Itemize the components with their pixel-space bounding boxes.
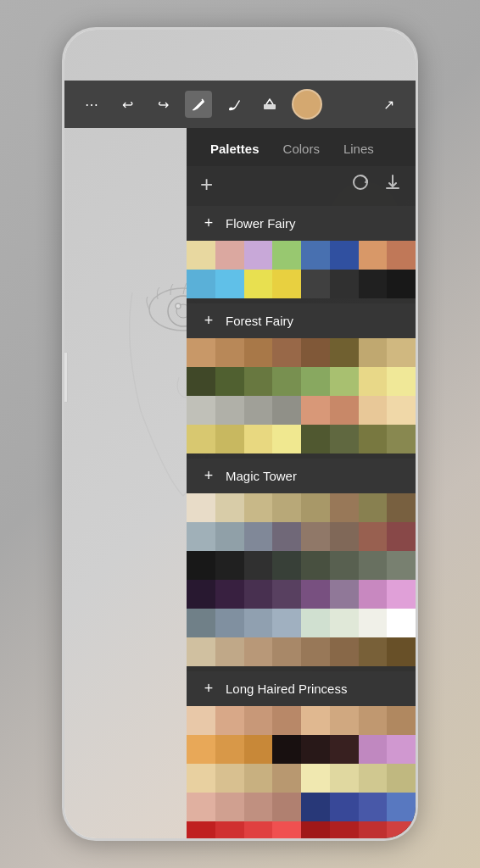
color-cell-1-25[interactable] [215,425,244,453]
color-cell-2-31[interactable] [387,580,416,609]
color-cell-1-0[interactable] [187,338,215,367]
color-cell-0-2[interactable] [244,241,273,270]
color-cell-0-1[interactable] [215,241,244,270]
color-cell-2-7[interactable] [387,493,416,522]
color-cell-3-15[interactable] [387,735,416,764]
color-cell-2-22[interactable] [359,551,388,580]
color-cell-1-12[interactable] [301,367,330,396]
color-cell-2-37[interactable] [330,609,359,637]
color-cell-1-4[interactable] [301,338,330,367]
color-cell-1-6[interactable] [359,338,388,367]
color-cell-2-6[interactable] [359,493,388,522]
color-cell-3-28[interactable] [301,793,330,821]
color-cell-2-21[interactable] [330,551,359,580]
color-cell-3-37[interactable] [330,821,359,838]
refresh-icon[interactable] [351,173,370,197]
color-cell-2-2[interactable] [244,493,273,522]
color-cell-2-10[interactable] [244,522,273,551]
color-cell-0-12[interactable] [301,270,330,298]
color-cell-2-42[interactable] [244,637,273,666]
color-cell-1-7[interactable] [387,338,416,367]
color-cell-2-44[interactable] [301,637,330,666]
color-cell-2-46[interactable] [359,637,388,666]
color-cell-2-8[interactable] [187,522,215,551]
color-cell-1-21[interactable] [330,396,359,425]
color-cell-3-4[interactable] [301,706,330,735]
color-cell-2-23[interactable] [387,551,416,580]
color-cell-3-16[interactable] [187,764,215,793]
color-cell-1-28[interactable] [301,425,330,453]
undo-icon[interactable]: ↩ [114,91,141,118]
color-cell-2-40[interactable] [187,637,215,666]
color-cell-0-0[interactable] [187,241,215,270]
menu-icon[interactable]: ⋯ [78,91,105,118]
color-cell-1-26[interactable] [244,425,273,453]
color-cell-1-11[interactable] [272,367,301,396]
color-cell-3-9[interactable] [215,735,244,764]
color-cell-3-13[interactable] [330,735,359,764]
color-cell-1-2[interactable] [244,338,273,367]
color-cell-3-24[interactable] [187,793,215,821]
color-cell-0-3[interactable] [272,241,301,270]
color-cell-3-18[interactable] [244,764,273,793]
color-cell-2-27[interactable] [272,580,301,609]
color-cell-2-41[interactable] [215,637,244,666]
color-cell-2-4[interactable] [301,493,330,522]
color-cell-0-14[interactable] [359,270,388,298]
color-cell-0-8[interactable] [187,270,215,298]
color-cell-2-39[interactable] [387,609,416,637]
color-cell-3-21[interactable] [330,764,359,793]
download-icon[interactable] [383,173,402,197]
color-cell-2-12[interactable] [301,522,330,551]
palette-add-2[interactable]: + [200,467,217,485]
color-cell-1-3[interactable] [272,338,301,367]
color-cell-2-18[interactable] [244,551,273,580]
color-cell-2-29[interactable] [330,580,359,609]
color-cell-3-33[interactable] [215,821,244,838]
palette-add-1[interactable]: + [200,312,217,330]
color-cell-3-22[interactable] [359,764,388,793]
color-cell-3-32[interactable] [187,821,215,838]
color-cell-1-13[interactable] [330,367,359,396]
palette-header-3[interactable]: +Long Haired Princess [187,671,416,706]
add-palette-icon[interactable]: + [200,171,213,198]
tab-colors[interactable]: Colors [273,138,330,159]
color-cell-3-31[interactable] [387,793,416,821]
color-cell-2-32[interactable] [187,609,215,637]
color-cell-3-27[interactable] [272,793,301,821]
color-cell-2-9[interactable] [215,522,244,551]
color-cell-2-1[interactable] [215,493,244,522]
eraser-icon[interactable] [256,91,283,118]
palette-add-0[interactable]: + [200,214,217,232]
color-cell-1-16[interactable] [187,396,215,425]
color-cell-3-36[interactable] [301,821,330,838]
color-cell-3-8[interactable] [187,735,215,764]
color-cell-3-30[interactable] [359,793,388,821]
color-cell-1-31[interactable] [387,425,416,453]
color-cell-1-17[interactable] [215,396,244,425]
color-cell-3-25[interactable] [215,793,244,821]
redo-icon[interactable]: ↪ [149,91,176,118]
color-cell-1-27[interactable] [272,425,301,453]
color-cell-1-24[interactable] [187,425,215,453]
color-cell-2-28[interactable] [301,580,330,609]
color-cell-2-5[interactable] [330,493,359,522]
color-cell-3-34[interactable] [244,821,273,838]
color-cell-2-33[interactable] [215,609,244,637]
color-cell-2-25[interactable] [215,580,244,609]
color-cell-3-39[interactable] [387,821,416,838]
color-cell-2-35[interactable] [272,609,301,637]
side-button[interactable] [62,352,68,403]
palette-header-0[interactable]: +Flower Fairy [187,206,416,241]
color-cell-2-17[interactable] [215,551,244,580]
color-cell-2-13[interactable] [330,522,359,551]
color-swatch[interactable] [292,89,322,120]
color-cell-3-0[interactable] [187,706,215,735]
color-cell-3-12[interactable] [301,735,330,764]
color-cell-3-1[interactable] [215,706,244,735]
color-cell-1-9[interactable] [215,367,244,396]
color-cell-1-29[interactable] [330,425,359,453]
color-cell-3-3[interactable] [272,706,301,735]
color-cell-1-15[interactable] [387,367,416,396]
color-cell-0-11[interactable] [272,270,301,298]
